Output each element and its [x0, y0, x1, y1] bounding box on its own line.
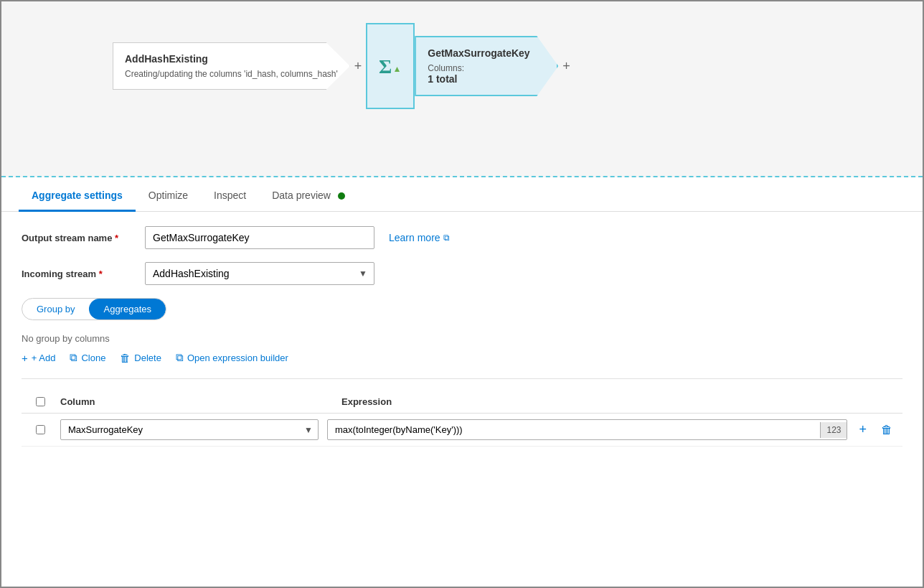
aggregate-node[interactable]: Σ [366, 23, 415, 109]
row-delete-button[interactable]: 🗑 [878, 424, 895, 437]
svg-text:Σ: Σ [379, 55, 392, 78]
aggregates-toggle[interactable]: Aggregates [89, 299, 166, 319]
settings-panel: Aggregate settings Optimize Inspect Data… [1, 177, 923, 588]
sigma-icon: Σ [376, 52, 405, 80]
incoming-stream-select[interactable]: AddHashExisting [145, 262, 374, 285]
incoming-stream-select-wrapper: AddHashExisting ▼ [145, 262, 374, 285]
external-link-icon: ⧉ [443, 233, 450, 243]
delete-icon: 🗑 [120, 352, 131, 364]
tab-data-preview[interactable]: Data preview [259, 181, 358, 212]
canvas-area: AddHashExisting Creating/updating the co… [1, 1, 923, 177]
input-node-title: AddHashExisting [125, 53, 338, 65]
expression-input-wrapper: 123 [327, 419, 847, 440]
add-button[interactable]: + + Add [22, 352, 55, 364]
group-by-toggle[interactable]: Group by [22, 299, 89, 319]
column-input-wrapper: ▼ [60, 419, 319, 440]
learn-more-link[interactable]: Learn more ⧉ [389, 232, 450, 243]
header-checkbox-area [29, 397, 52, 406]
input-node-desc: Creating/updating the columns 'id_hash, … [125, 69, 338, 79]
svg-marker-1 [395, 67, 400, 72]
incoming-stream-required: * [99, 269, 103, 279]
toggle-group: Group by Aggregates [22, 298, 166, 320]
header-checkbox[interactable] [36, 397, 45, 406]
open-expr-button[interactable]: ⧉ Open expression builder [176, 351, 288, 364]
clone-icon: ⧉ [70, 351, 77, 364]
clone-button[interactable]: ⧉ Clone [70, 351, 105, 364]
plus-1[interactable]: + [354, 59, 362, 74]
row-add-button[interactable]: + [856, 422, 869, 437]
output-node-title: GetMaxSurrogateKey [428, 47, 535, 59]
action-row: + + Add ⧉ Clone 🗑 Delete ⧉ Open expressi… [22, 351, 902, 364]
form-area: Output stream name * Learn more ⧉ Incomi… [1, 212, 923, 588]
plus-2[interactable]: + [562, 59, 570, 74]
output-columns-count: 1 total [428, 73, 535, 85]
add-icon: + [22, 352, 28, 364]
input-node[interactable]: AddHashExisting Creating/updating the co… [113, 42, 350, 90]
delete-button[interactable]: 🗑 Delete [120, 352, 161, 364]
tab-optimize[interactable]: Optimize [136, 181, 201, 212]
column-input[interactable] [60, 419, 319, 440]
output-columns-label: Columns: [428, 63, 535, 73]
table-row: ▼ 123 + 🗑 [22, 414, 902, 447]
row-checkbox[interactable] [36, 425, 45, 434]
tab-aggregate-settings[interactable]: Aggregate settings [19, 181, 136, 212]
incoming-stream-row: Incoming stream * AddHashExisting ▼ [22, 262, 902, 285]
row-checkbox-area [29, 425, 52, 434]
flow-nodes: AddHashExisting Creating/updating the co… [113, 23, 575, 109]
expr-builder-icon: ⧉ [176, 351, 184, 364]
output-stream-row: Output stream name * Learn more ⧉ [22, 226, 902, 249]
expression-badge: 123 [820, 422, 847, 438]
table-header: Column Expression [22, 391, 902, 414]
output-stream-input[interactable] [145, 226, 374, 249]
output-stream-required: * [115, 233, 118, 243]
expression-input[interactable] [328, 420, 820, 439]
table-divider [22, 378, 902, 379]
no-group-text: No group by columns [22, 333, 902, 344]
expression-header: Expression [341, 396, 895, 407]
incoming-stream-label: Incoming stream * [22, 269, 136, 279]
tab-inspect[interactable]: Inspect [201, 181, 259, 212]
tabs-bar: Aggregate settings Optimize Inspect Data… [1, 177, 923, 212]
output-stream-label: Output stream name * [22, 233, 136, 243]
column-header: Column [60, 396, 333, 407]
output-node[interactable]: GetMaxSurrogateKey Columns: 1 total [415, 36, 558, 96]
data-preview-dot [338, 192, 345, 200]
